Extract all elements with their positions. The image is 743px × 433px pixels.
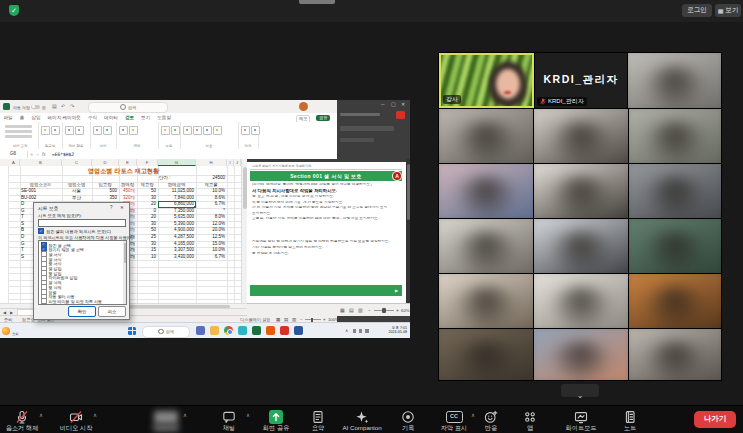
excel-icon[interactable]: [252, 326, 261, 335]
confirm-entry-icon[interactable]: ✓: [36, 152, 39, 157]
speaker-name-tile[interactable]: KRDI_관리자 KRDI_관리자: [535, 53, 627, 108]
cell-stockqty[interactable]: 20: [138, 201, 156, 208]
cell-ratio[interactable]: 6.7%: [197, 201, 225, 208]
ribbon-command-bar[interactable]: [5, 130, 32, 133]
toolbar-item-notes[interactable]: 노트: [600, 410, 660, 433]
password-input[interactable]: [38, 219, 126, 227]
office-icon[interactable]: [266, 326, 275, 335]
active-speaker-tile[interactable]: 강사: [439, 53, 534, 108]
col-header-D[interactable]: D: [92, 159, 119, 166]
ribbon-icon[interactable]: [183, 126, 192, 135]
participant-video-tile[interactable]: [629, 219, 721, 273]
excel-search-box[interactable]: 검색: [88, 102, 168, 113]
account-avatar[interactable]: [299, 102, 308, 111]
cancel-entry-icon[interactable]: ✕: [30, 152, 33, 157]
zoom-slider[interactable]: [305, 319, 321, 320]
weather-icon[interactable]: [2, 327, 10, 335]
ribbon-tab-파일[interactable]: 파일: [0, 113, 16, 122]
start-button-icon[interactable]: [128, 327, 136, 335]
doc-close-icon[interactable]: ✕: [401, 101, 405, 107]
tray-clock[interactable]: 오후 7:01 2024-05-08: [374, 326, 407, 335]
autosave-toggle[interactable]: [31, 105, 40, 110]
ribbon-icon[interactable]: [65, 126, 74, 135]
chevron-up-icon[interactable]: ∧: [39, 412, 43, 418]
undo-icon[interactable]: ↶: [61, 103, 65, 109]
name-box[interactable]: G6: [0, 151, 26, 156]
fx-icon[interactable]: fx: [42, 152, 46, 157]
ribbon-tab-데이터[interactable]: 데이터: [101, 113, 122, 122]
ribbon-icon[interactable]: [251, 126, 260, 135]
leave-button[interactable]: 나가기: [694, 411, 736, 428]
participant-video-tile[interactable]: [534, 329, 628, 380]
cell-ratio[interactable]: 6.7%: [197, 254, 225, 261]
ribbon-tab-수식[interactable]: 수식: [84, 113, 100, 122]
view-button[interactable]: ▦ 보기: [715, 4, 741, 17]
ribbon-icon[interactable]: [103, 126, 112, 135]
save-icon[interactable]: ▤: [52, 103, 57, 109]
taskbar-search-box[interactable]: 검색: [142, 326, 190, 338]
cell-stockqty[interactable]: 10: [138, 254, 156, 261]
col-header-I[interactable]: I: [227, 159, 234, 166]
doc-view-icon-3[interactable]: ▥: [358, 307, 363, 313]
doc-zoom-level[interactable]: 60%: [401, 308, 410, 313]
cell-stockqty[interactable]: 25: [138, 234, 156, 241]
mail-icon[interactable]: [280, 326, 289, 335]
ribbon-icon[interactable]: [41, 126, 50, 135]
allow-listbox[interactable]: ✓잠긴 셀 선택✓잠기지 않은 셀 선택셀 서식열 서식행 서식열 삽입행 삽입…: [38, 240, 127, 305]
col-header-A[interactable]: A: [8, 159, 20, 166]
teams-icon[interactable]: [196, 326, 205, 335]
ribbon-tab-페이지 레이아웃[interactable]: 페이지 레이아웃: [44, 113, 84, 122]
ribbon-icon[interactable]: [213, 126, 222, 135]
ribbon-tab-삽입[interactable]: 삽입: [28, 113, 44, 122]
ribbon-icon[interactable]: [93, 126, 102, 135]
doc-view-icon-2[interactable]: ▤: [349, 307, 354, 313]
col-header-F[interactable]: F: [137, 159, 158, 166]
participant-video-tile[interactable]: [629, 274, 721, 328]
doc-zoom-in-icon[interactable]: +: [396, 307, 399, 313]
cell-amount[interactable]: 3,430,000: [159, 254, 194, 261]
participant-video-tile[interactable]: [534, 164, 628, 218]
ribbon-icon[interactable]: [119, 126, 128, 135]
doc-maximize-icon[interactable]: ▢: [391, 101, 396, 107]
word-icon[interactable]: [294, 326, 303, 335]
ribbon-icon[interactable]: [193, 126, 202, 135]
collapse-gallery-button[interactable]: ⌄: [561, 384, 599, 397]
shield-icon[interactable]: ✓: [9, 5, 19, 16]
ribbon-icon[interactable]: [241, 126, 250, 135]
participant-video-tile[interactable]: [629, 329, 721, 380]
fill-handle[interactable]: [194, 206, 196, 208]
chrome-icon[interactable]: [224, 326, 233, 335]
tray-expand-icon[interactable]: ∧: [345, 328, 348, 333]
ribbon-tab-도움말[interactable]: 도움말: [154, 113, 175, 122]
participant-video-tile[interactable]: [439, 329, 533, 380]
doc-minimize-icon[interactable]: ─: [381, 101, 385, 107]
col-header-J[interactable]: J: [234, 159, 241, 166]
sheet-title-cell[interactable]: 영업소별 라토스 재고현황: [20, 166, 227, 175]
redo-icon[interactable]: ↷: [70, 103, 74, 109]
share-workbook-button[interactable]: 공유: [316, 115, 330, 122]
allow-option[interactable]: 피벗 테이블 및 피벗 차트 사용: [41, 298, 103, 304]
doc-v-scrollbar[interactable]: [406, 159, 410, 303]
protect-checkbox-row[interactable]: ✓ 잠긴 셀의 내용과 워크시트 보호(C): [38, 228, 111, 234]
chevron-up-icon[interactable]: ∧: [93, 412, 97, 418]
folder-icon[interactable]: [210, 326, 219, 335]
edge-icon[interactable]: [238, 326, 247, 335]
col-header-B[interactable]: B: [20, 159, 62, 166]
participant-video-tile[interactable]: [534, 109, 628, 163]
ribbon-tab-검토[interactable]: 검토: [121, 113, 137, 123]
ribbon-icon[interactable]: [171, 126, 180, 135]
ribbon-tab-보기[interactable]: 보기: [138, 113, 154, 122]
doc-footer-next-icon[interactable]: ▶: [395, 288, 398, 293]
col-header-C[interactable]: C: [62, 159, 92, 166]
doc-zoom-thumb[interactable]: [382, 308, 386, 313]
chevron-up-icon[interactable]: ∧: [183, 412, 187, 418]
ribbon-tab-홈[interactable]: 홈: [16, 113, 28, 122]
participant-video-tile[interactable]: [439, 164, 533, 218]
participant-video-tile[interactable]: [534, 274, 628, 328]
participant-video-tile[interactable]: [629, 109, 721, 163]
login-button[interactable]: 로그인: [682, 4, 712, 17]
ribbon-command-bar[interactable]: [5, 125, 32, 128]
ribbon-icon[interactable]: [75, 126, 84, 135]
participant-video-tile[interactable]: [534, 219, 628, 273]
dialog-help-icon[interactable]: ?: [110, 205, 113, 210]
